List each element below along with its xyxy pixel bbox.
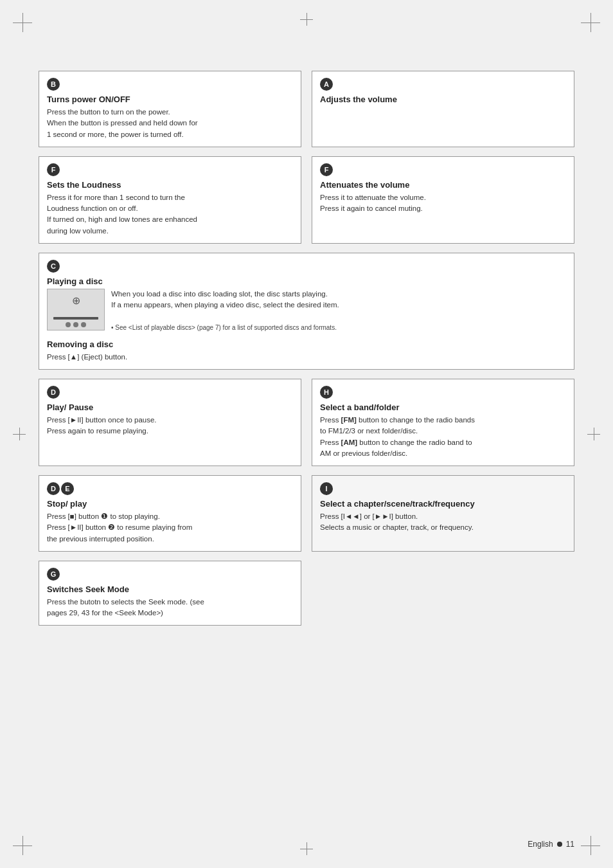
section-f-attenuate-text: Press it to attenuate the volume. Press … xyxy=(320,192,566,215)
row-4: D Play/ Pause Press [►II] button once to… xyxy=(39,379,574,466)
row-6-right-empty xyxy=(312,561,574,626)
center-cross-right xyxy=(587,428,600,440)
section-i-title: Select a chapter/scene/track/frequency xyxy=(320,499,566,509)
row-2: F Sets the Loudness Press it for more th… xyxy=(39,156,574,244)
section-de-text: Press [■] button ❶ to stop playing. Pres… xyxy=(47,511,293,545)
section-d-title: Play/ Pause xyxy=(47,402,293,412)
section-f-attenuate-title: Attenuates the volume xyxy=(320,180,566,190)
badge-f-loudness: F xyxy=(47,163,60,176)
section-de: D E Stop/ play Press [■] button ❶ to sto… xyxy=(39,475,301,552)
badge-e: E xyxy=(61,482,74,495)
footer-language: English xyxy=(528,840,553,849)
section-b-title: Turns power ON/OFF xyxy=(47,95,293,104)
badge-a: A xyxy=(320,78,333,91)
center-cross-bottom xyxy=(300,842,313,855)
badge-d: D xyxy=(47,386,60,399)
content-area: B Turns power ON/OFF Press the button to… xyxy=(39,71,574,829)
section-f-loudness-text: Press it for more than 1 second to turn … xyxy=(47,192,293,237)
section-h-text: Press [FM] button to change to the radio… xyxy=(320,415,566,459)
disc-knob-2 xyxy=(73,322,78,327)
reg-mark-br xyxy=(581,836,600,855)
badge-g: G xyxy=(47,568,60,581)
footer: English 11 xyxy=(528,840,574,849)
page: B Turns power ON/OFF Press the button to… xyxy=(0,0,613,868)
section-f-loudness-title: Sets the Loudness xyxy=(47,180,293,190)
section-c-removing-text: Press [▲] (Eject) button. xyxy=(47,352,566,363)
disc-icon: ⊕ xyxy=(72,294,80,307)
disc-knobs xyxy=(66,322,86,327)
section-c-title: Playing a disc xyxy=(47,276,566,286)
reg-mark-bl xyxy=(13,836,32,855)
disc-slot xyxy=(53,317,98,320)
section-h: H Select a band/folder Press [FM] button… xyxy=(312,379,574,466)
row-6: G Switches Seek Mode Press the butotn to… xyxy=(39,561,574,626)
section-i-text: Press [I◄◄] or [►►I] button. Selects a m… xyxy=(320,511,566,534)
section-g-title: Switches Seek Mode xyxy=(47,584,293,594)
section-h-title: Select a band/folder xyxy=(320,402,566,412)
disc-knob-1 xyxy=(66,322,71,327)
disc-illustration: ⊕ xyxy=(47,289,105,330)
section-a-title: Adjusts the volume xyxy=(320,95,566,104)
section-b-text: Press the button to turn on the power. W… xyxy=(47,107,293,140)
section-a: A Adjusts the volume xyxy=(312,71,574,147)
section-f-attenuate: F Attenuates the volume Press it to atte… xyxy=(312,156,574,244)
center-cross-top xyxy=(300,13,313,26)
badge-b: B xyxy=(47,78,60,91)
section-d: D Play/ Pause Press [►II] button once to… xyxy=(39,379,301,466)
section-d-text: Press [►II] button once to pause. Press … xyxy=(47,415,293,437)
section-i: I Select a chapter/scene/track/frequency… xyxy=(312,475,574,552)
reg-mark-tl xyxy=(13,13,32,32)
section-b: B Turns power ON/OFF Press the button to… xyxy=(39,71,301,147)
center-cross-left xyxy=(13,428,26,440)
badge-h: H xyxy=(320,386,333,399)
badge-c: C xyxy=(47,260,60,273)
badge-f-attenuate: F xyxy=(320,163,333,176)
section-c-main-text: When you load a disc into disc loading s… xyxy=(47,289,566,333)
section-c-note: • See <List of playable discs> (page 7) … xyxy=(111,324,337,331)
section-c: C Playing a disc ⊕ Whe xyxy=(39,253,574,370)
footer-dot xyxy=(557,842,562,847)
section-c-removing: Removing a disc Press [▲] (Eject) button… xyxy=(47,339,566,363)
badge-i: I xyxy=(320,482,333,495)
badge-d2: D xyxy=(47,482,60,495)
section-g: G Switches Seek Mode Press the butotn to… xyxy=(39,561,301,626)
reg-mark-tr xyxy=(581,13,600,32)
row-1: B Turns power ON/OFF Press the button to… xyxy=(39,71,574,147)
section-c-removing-title: Removing a disc xyxy=(47,339,566,349)
section-g-text: Press the butotn to selects the Seek mod… xyxy=(47,597,293,619)
row-5: D E Stop/ play Press [■] button ❶ to sto… xyxy=(39,475,574,552)
disc-knob-3 xyxy=(81,322,86,327)
footer-page-number: 11 xyxy=(566,840,574,849)
row-3: C Playing a disc ⊕ Whe xyxy=(39,253,574,370)
section-c-content: ⊕ When you load a disc into disc loading… xyxy=(47,289,566,333)
section-f-loudness: F Sets the Loudness Press it for more th… xyxy=(39,156,301,244)
section-de-title: Stop/ play xyxy=(47,499,293,509)
